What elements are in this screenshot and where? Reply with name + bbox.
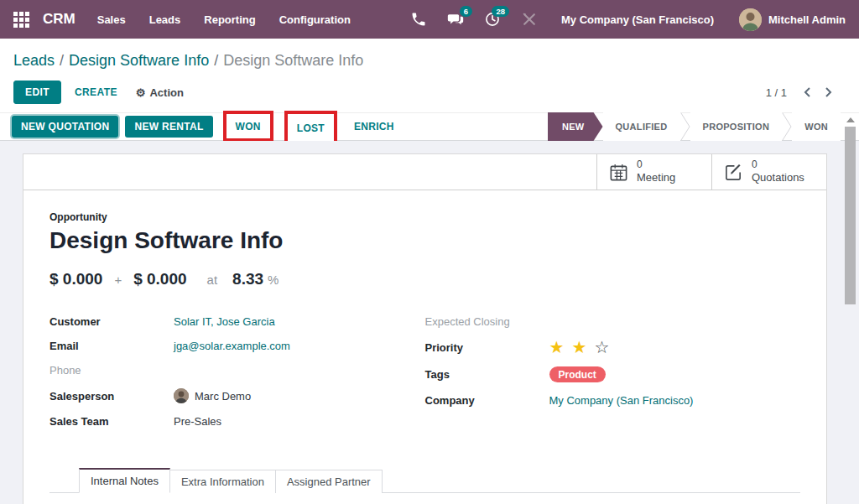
salesperson-avatar <box>174 388 189 403</box>
field-priority: Priority ★★☆ <box>425 340 801 355</box>
star-filled-icon[interactable]: ★ <box>549 340 565 355</box>
app-title[interactable]: CRM <box>43 11 75 28</box>
scrollbar-thumb[interactable] <box>845 127 856 304</box>
pager-next-icon[interactable] <box>825 86 832 98</box>
phone-icon[interactable] <box>410 11 427 28</box>
control-panel: Leads/Design Software Info/Design Softwa… <box>0 39 859 112</box>
tab-assigned-partner[interactable]: Assigned Partner <box>276 470 383 493</box>
statusbar: NEW QUOTATION NEW RENTAL WON LOST ENRICH… <box>0 112 859 141</box>
messages-icon[interactable]: 6 <box>447 11 464 28</box>
sales-team-value[interactable]: Pre-Sales <box>174 415 221 428</box>
enrich-button[interactable]: ENRICH <box>349 116 399 138</box>
pager-previous-icon[interactable] <box>804 86 811 98</box>
menu-leads[interactable]: Leads <box>149 13 181 26</box>
field-salesperson: Salesperson Marc Demo <box>49 388 425 403</box>
new-rental-button[interactable]: NEW RENTAL <box>125 116 212 138</box>
action-button[interactable]: ⚙ Action <box>136 86 184 99</box>
form-view-area: 0 Meeting 0 Quotations Opportunity Desig… <box>0 141 859 504</box>
stage-proposition[interactable]: PROPOSITION <box>690 112 783 141</box>
sales-team-label: Sales Team <box>49 415 174 428</box>
quotations-label: Quotations <box>752 171 804 184</box>
smart-buttons-row: 0 Meeting 0 Quotations <box>23 154 826 190</box>
email-value[interactable]: jga@solar.example.com <box>174 340 290 352</box>
field-expected-closing: Expected Closing <box>425 315 801 328</box>
customer-value[interactable]: Solar IT, Jose Garcia <box>174 315 275 328</box>
won-button[interactable]: WON <box>231 116 266 138</box>
scrollbar-up-arrow-icon[interactable] <box>846 117 855 122</box>
field-tags: Tags Product <box>425 366 801 382</box>
company-switcher[interactable]: My Company (San Francisco) <box>561 13 714 26</box>
stage-chevron-icon <box>782 112 792 141</box>
menu-configuration[interactable]: Configuration <box>279 13 351 26</box>
edit-button[interactable]: EDIT <box>13 81 61 104</box>
email-label: Email <box>49 340 174 352</box>
activities-badge: 28 <box>492 6 509 17</box>
top-navbar: CRM Sales Leads Reporting Configuration … <box>0 0 859 39</box>
salesperson-value[interactable]: Marc Demo <box>195 390 251 403</box>
plus-sign: + <box>114 273 122 287</box>
customer-label: Customer <box>49 315 174 328</box>
stage-qualified[interactable]: QUALIFIED <box>603 112 680 141</box>
breadcrumb-separator: / <box>214 52 218 69</box>
field-company: Company My Company (San Francisco) <box>425 394 801 407</box>
form-sheet: 0 Meeting 0 Quotations Opportunity Desig… <box>23 153 827 504</box>
company-label: Company <box>425 394 549 407</box>
priority-label: Priority <box>425 341 549 354</box>
pager-value: 1 / 1 <box>766 86 787 99</box>
breadcrumb-leads[interactable]: Leads <box>13 52 55 69</box>
quotations-count: 0 <box>752 158 804 171</box>
field-columns: Customer Solar IT, Jose Garcia Email jga… <box>49 315 800 439</box>
notebook-tabs: Internal Notes Extra Information Assigne… <box>49 468 800 493</box>
apps-menu-icon[interactable] <box>13 12 29 28</box>
navbar-systray: 6 28 My Company (San Francisco) Mitchell… <box>410 8 846 31</box>
meeting-count: 0 <box>637 158 675 171</box>
action-label: Action <box>149 86 183 99</box>
phone-label: Phone <box>49 364 174 377</box>
field-sales-team: Sales Team Pre-Sales <box>49 415 425 428</box>
breadcrumb-current: Design Software Info <box>223 52 363 69</box>
stage-pipeline: NEW QUALIFIED PROPOSITION WON <box>548 112 859 141</box>
tools-icon[interactable] <box>521 11 538 28</box>
quotation-icon <box>724 163 743 182</box>
breadcrumb-middle[interactable]: Design Software Info <box>69 52 209 69</box>
user-name: Mitchell Admin <box>768 13 846 26</box>
lost-button[interactable]: LOST <box>292 117 330 139</box>
priority-stars: ★★☆ <box>549 340 612 355</box>
field-customer: Customer Solar IT, Jose Garcia <box>49 315 425 328</box>
control-buttons-row: EDIT CREATE ⚙ Action 1 / 1 <box>13 81 846 104</box>
stage-new[interactable]: NEW <box>548 112 603 141</box>
user-menu[interactable]: Mitchell Admin <box>739 8 846 31</box>
star-filled-icon[interactable]: ★ <box>571 340 586 355</box>
breadcrumb: Leads/Design Software Info/Design Softwa… <box>13 49 846 71</box>
left-field-column: Customer Solar IT, Jose Garcia Email jga… <box>49 315 425 439</box>
new-quotation-button[interactable]: NEW QUOTATION <box>12 116 118 138</box>
revenue-row: $ 0.000 + $ 0.000 at 8.33 % <box>49 270 800 288</box>
tab-internal-notes[interactable]: Internal Notes <box>79 468 170 493</box>
recurring-revenue: $ 0.000 <box>133 270 186 288</box>
company-value[interactable]: My Company (San Francisco) <box>549 394 694 407</box>
percent-sign: % <box>268 273 279 287</box>
meeting-label: Meeting <box>637 171 675 184</box>
won-highlight-annotation: WON <box>223 111 273 142</box>
user-avatar <box>739 8 762 31</box>
stage-chevron-icon <box>680 112 690 141</box>
create-button[interactable]: CREATE <box>75 86 117 98</box>
calendar-icon <box>609 163 628 182</box>
expected-revenue: $ 0.000 <box>49 270 102 288</box>
at-label: at <box>207 273 218 287</box>
quotations-smart-button[interactable]: 0 Quotations <box>711 154 826 190</box>
opportunity-title: Design Software Info <box>49 227 800 254</box>
record-type-label: Opportunity <box>49 211 800 223</box>
vertical-scrollbar <box>844 112 856 504</box>
messages-badge: 6 <box>460 6 472 17</box>
main-menu: Sales Leads Reporting Configuration <box>97 13 351 26</box>
star-empty-icon[interactable]: ☆ <box>594 340 609 355</box>
activities-icon[interactable]: 28 <box>484 11 501 28</box>
expected-closing-label: Expected Closing <box>425 315 549 328</box>
gear-icon: ⚙ <box>136 86 146 99</box>
tab-extra-information[interactable]: Extra Information <box>170 470 276 493</box>
meeting-smart-button[interactable]: 0 Meeting <box>596 154 711 190</box>
menu-reporting[interactable]: Reporting <box>204 13 255 26</box>
stage-won[interactable]: WON <box>792 112 841 141</box>
menu-sales[interactable]: Sales <box>97 13 126 26</box>
